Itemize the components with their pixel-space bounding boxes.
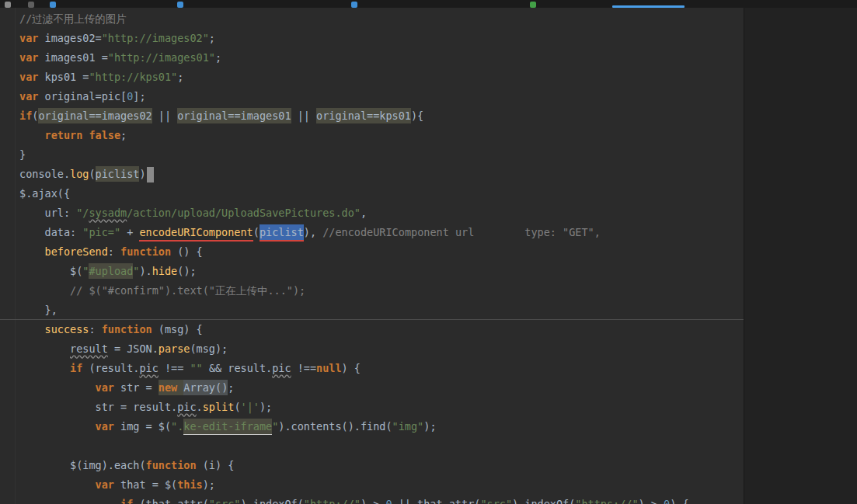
code-token: [19, 477, 96, 492]
code-token: var: [19, 89, 38, 104]
code-line[interactable]: success: function (msg) {: [19, 320, 744, 339]
code-token: str =: [114, 380, 159, 395]
code-token: original==images01: [177, 108, 291, 123]
code-token: ();: [177, 263, 196, 279]
code-token: "http://": [304, 496, 361, 504]
code-line[interactable]: $("#upload").hide();: [19, 262, 744, 281]
tab-favicon-2[interactable]: [28, 2, 34, 8]
code-line[interactable]: if(original==images02 || original==image…: [19, 106, 744, 126]
code-token: split: [203, 399, 235, 415]
code-line[interactable]: if (that.attr("src").indexOf("http://") …: [19, 495, 744, 504]
code-token: [19, 341, 70, 356]
code-line[interactable]: $.ajax({: [19, 184, 744, 203]
code-token: pic: [139, 360, 158, 376]
code-token: function: [120, 244, 171, 259]
code-token: "src": [480, 496, 512, 504]
code-line[interactable]: var that = $(this);: [19, 475, 744, 495]
code-line[interactable]: if (result.pic !== "" && result.pic !==n…: [19, 359, 744, 378]
code-line[interactable]: var img = $(".ke-edit-iframe").contents(…: [19, 417, 744, 436]
code-line[interactable]: var str = new Array();: [19, 378, 744, 398]
tab-favicon-5[interactable]: [351, 2, 357, 8]
code-token: !==: [159, 360, 190, 376]
text-caret: [147, 167, 154, 182]
code-line[interactable]: url: "/sysadm/action/upload/UploadSavePi…: [19, 203, 744, 223]
code-token: "pic=": [82, 224, 120, 240]
code-token: // $("#confirm").text("正在上传中...");: [70, 283, 305, 298]
code-token: pic: [272, 360, 291, 376]
active-tab-underline: [612, 5, 685, 8]
code-token: (msg);: [190, 341, 228, 356]
code-token: (msg) {: [152, 322, 203, 337]
code-line[interactable]: var original=pic[0];: [19, 87, 744, 106]
code-line[interactable]: var images02="http://images02";: [19, 29, 744, 48]
code-token: piclist: [260, 224, 304, 242]
browser-tabstrip[interactable]: [0, 0, 857, 8]
code-token: ) >: [361, 496, 386, 504]
code-line[interactable]: [19, 436, 744, 456]
code-token: log: [70, 166, 89, 182]
code-line[interactable]: return false;: [19, 126, 744, 145]
code-token: ;: [215, 50, 221, 65]
code-line[interactable]: console.log(piclist): [19, 165, 744, 184]
code-token: var: [96, 477, 114, 492]
code-token: (that.attr(: [133, 496, 209, 504]
code-token: +: [120, 224, 139, 240]
code-token: "https://": [575, 496, 638, 504]
code-token: piclist: [96, 166, 140, 182]
code-token: if: [70, 360, 82, 376]
code-token: ;: [177, 69, 183, 85]
code-token: img = $(: [114, 419, 171, 434]
code-line[interactable]: result = JSON.parse(msg);: [19, 339, 744, 359]
code-token: :: [89, 322, 101, 337]
code-token: [19, 380, 96, 395]
code-line[interactable]: // $("#confirm").text("正在上传中...");: [19, 281, 744, 301]
code-token: ) {: [342, 360, 361, 376]
code-token: //过滤不用上传的图片: [19, 11, 127, 26]
code-token: || that.attr(: [392, 496, 481, 504]
code-token: str = result.: [19, 399, 177, 415]
code-token: [19, 360, 70, 376]
tab-favicon-6[interactable]: [530, 2, 536, 8]
code-token: ){: [411, 108, 423, 123]
code-token: "": [190, 360, 202, 376]
tab-favicon-1[interactable]: [5, 2, 11, 8]
code-token: ): [139, 166, 145, 182]
code-line[interactable]: var images01 ="http://images01";: [19, 48, 744, 68]
code-line[interactable]: str = result.pic.split('|');: [19, 398, 744, 417]
code-token: [19, 322, 45, 337]
code-token: null: [316, 360, 342, 376]
ide-window: //过滤不用上传的图片var images02="http://images02…: [0, 0, 857, 504]
code-token: new: [159, 380, 184, 395]
code-token: "http://images01": [108, 50, 215, 65]
code-token: (i) {: [197, 457, 235, 473]
code-token: var: [19, 69, 38, 85]
code-token: ||: [291, 108, 317, 123]
editor-gutter[interactable]: [0, 8, 16, 504]
code-line[interactable]: //过滤不用上传的图片: [19, 9, 744, 29]
tab-favicon-3[interactable]: [50, 2, 56, 8]
code-token: :: [108, 244, 120, 259]
code-token: "img": [392, 419, 424, 434]
code-token: parse: [159, 341, 190, 356]
code-token: ".: [171, 419, 183, 434]
code-token: ;: [228, 380, 234, 395]
code-token: $(img).each(: [19, 457, 146, 473]
code-token: ;: [120, 127, 127, 143]
code-area[interactable]: //过滤不用上传的图片var images02="http://images02…: [19, 9, 744, 504]
code-token: var: [19, 30, 38, 46]
code-token: .: [197, 399, 203, 415]
code-token: var: [96, 419, 114, 434]
code-line[interactable]: },: [19, 301, 744, 320]
tab-favicon-4[interactable]: [177, 2, 183, 8]
code-line[interactable]: beforeSend: function () {: [19, 242, 744, 262]
code-line[interactable]: var kps01 ="http://kps01";: [19, 68, 744, 87]
code-token: ).indexOf(: [241, 496, 304, 504]
code-token: (result.: [82, 360, 139, 376]
background-panel: [744, 8, 857, 504]
code-token: encodeURIComponent: [139, 224, 253, 242]
code-line[interactable]: }: [19, 145, 744, 165]
code-editor[interactable]: //过滤不用上传的图片var images02="http://images02…: [0, 8, 744, 504]
code-line[interactable]: data: "pic=" + encodeURIComponent(piclis…: [19, 223, 744, 242]
code-token: '|': [241, 399, 260, 415]
code-line[interactable]: $(img).each(function (i) {: [19, 456, 744, 475]
